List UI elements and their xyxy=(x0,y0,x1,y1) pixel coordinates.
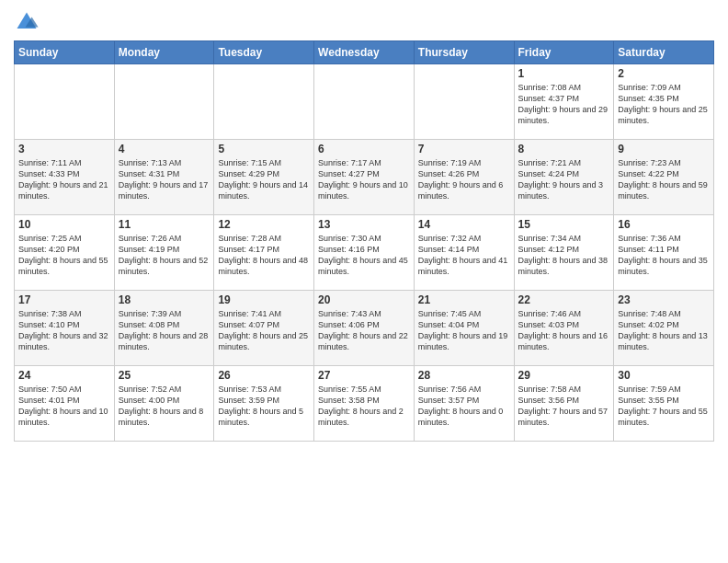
day-number: 20 xyxy=(318,293,410,306)
calendar-cell: 2Sunrise: 7:09 AM Sunset: 4:35 PM Daylig… xyxy=(614,64,714,140)
calendar-cell: 17Sunrise: 7:38 AM Sunset: 4:10 PM Dayli… xyxy=(15,291,115,366)
weekday-header-tuesday: Tuesday xyxy=(214,41,314,64)
day-number: 30 xyxy=(618,369,710,382)
week-row-4: 17Sunrise: 7:38 AM Sunset: 4:10 PM Dayli… xyxy=(15,291,714,366)
day-info: Sunrise: 7:09 AM Sunset: 4:35 PM Dayligh… xyxy=(618,82,710,127)
day-info: Sunrise: 7:39 AM Sunset: 4:08 PM Dayligh… xyxy=(119,308,210,353)
calendar-cell: 24Sunrise: 7:50 AM Sunset: 4:01 PM Dayli… xyxy=(15,366,115,442)
weekday-header-saturday: Saturday xyxy=(614,41,714,64)
day-number: 1 xyxy=(518,67,610,80)
calendar-cell: 21Sunrise: 7:45 AM Sunset: 4:04 PM Dayli… xyxy=(414,291,514,366)
day-info: Sunrise: 7:34 AM Sunset: 4:12 PM Dayligh… xyxy=(518,233,610,278)
day-info: Sunrise: 7:43 AM Sunset: 4:06 PM Dayligh… xyxy=(318,308,410,353)
calendar-cell xyxy=(314,64,415,140)
day-number: 6 xyxy=(318,143,410,155)
day-info: Sunrise: 7:32 AM Sunset: 4:14 PM Dayligh… xyxy=(418,233,510,278)
calendar-cell: 26Sunrise: 7:53 AM Sunset: 3:59 PM Dayli… xyxy=(214,366,314,442)
calendar-body: 1Sunrise: 7:08 AM Sunset: 4:37 PM Daylig… xyxy=(15,64,714,442)
day-info: Sunrise: 7:19 AM Sunset: 4:26 PM Dayligh… xyxy=(418,157,510,202)
day-info: Sunrise: 7:45 AM Sunset: 4:04 PM Dayligh… xyxy=(418,308,510,353)
calendar-cell: 5Sunrise: 7:15 AM Sunset: 4:29 PM Daylig… xyxy=(214,140,314,215)
day-info: Sunrise: 7:11 AM Sunset: 4:33 PM Dayligh… xyxy=(18,157,110,202)
day-number: 3 xyxy=(18,143,110,155)
day-info: Sunrise: 7:48 AM Sunset: 4:02 PM Dayligh… xyxy=(618,308,710,353)
calendar-cell: 4Sunrise: 7:13 AM Sunset: 4:31 PM Daylig… xyxy=(114,140,214,215)
day-number: 29 xyxy=(518,369,610,382)
calendar-cell: 14Sunrise: 7:32 AM Sunset: 4:14 PM Dayli… xyxy=(414,215,514,291)
day-info: Sunrise: 7:17 AM Sunset: 4:27 PM Dayligh… xyxy=(318,157,410,202)
day-info: Sunrise: 7:21 AM Sunset: 4:24 PM Dayligh… xyxy=(518,157,610,202)
day-info: Sunrise: 7:56 AM Sunset: 3:57 PM Dayligh… xyxy=(418,384,510,429)
calendar-cell: 12Sunrise: 7:28 AM Sunset: 4:17 PM Dayli… xyxy=(214,215,314,291)
calendar-cell: 7Sunrise: 7:19 AM Sunset: 4:26 PM Daylig… xyxy=(414,140,514,215)
day-info: Sunrise: 7:28 AM Sunset: 4:17 PM Dayligh… xyxy=(218,233,310,278)
calendar-cell: 10Sunrise: 7:25 AM Sunset: 4:20 PM Dayli… xyxy=(15,215,115,291)
week-row-3: 10Sunrise: 7:25 AM Sunset: 4:20 PM Dayli… xyxy=(15,215,714,291)
calendar-cell: 27Sunrise: 7:55 AM Sunset: 3:58 PM Dayli… xyxy=(314,366,415,442)
calendar-cell: 3Sunrise: 7:11 AM Sunset: 4:33 PM Daylig… xyxy=(15,140,115,215)
day-number: 4 xyxy=(119,143,210,155)
calendar-cell xyxy=(15,64,115,140)
page: SundayMondayTuesdayWednesdayThursdayFrid… xyxy=(0,0,728,563)
weekday-header-sunday: Sunday xyxy=(15,41,115,64)
calendar-cell: 22Sunrise: 7:46 AM Sunset: 4:03 PM Dayli… xyxy=(514,291,614,366)
day-number: 10 xyxy=(18,218,110,231)
day-info: Sunrise: 7:30 AM Sunset: 4:16 PM Dayligh… xyxy=(318,233,410,278)
calendar-cell: 20Sunrise: 7:43 AM Sunset: 4:06 PM Dayli… xyxy=(314,291,415,366)
day-info: Sunrise: 7:52 AM Sunset: 4:00 PM Dayligh… xyxy=(119,384,210,429)
day-number: 27 xyxy=(318,369,410,382)
day-number: 7 xyxy=(418,143,510,155)
day-info: Sunrise: 7:46 AM Sunset: 4:03 PM Dayligh… xyxy=(518,308,610,353)
day-info: Sunrise: 7:26 AM Sunset: 4:19 PM Dayligh… xyxy=(119,233,210,278)
day-number: 15 xyxy=(518,218,610,231)
calendar-cell: 18Sunrise: 7:39 AM Sunset: 4:08 PM Dayli… xyxy=(114,291,214,366)
calendar-cell: 25Sunrise: 7:52 AM Sunset: 4:00 PM Dayli… xyxy=(114,366,214,442)
calendar-cell: 8Sunrise: 7:21 AM Sunset: 4:24 PM Daylig… xyxy=(514,140,614,215)
calendar-cell: 28Sunrise: 7:56 AM Sunset: 3:57 PM Dayli… xyxy=(414,366,514,442)
header xyxy=(14,9,714,35)
day-number: 13 xyxy=(318,218,410,231)
calendar: SundayMondayTuesdayWednesdayThursdayFrid… xyxy=(14,40,714,442)
calendar-cell xyxy=(214,64,314,140)
calendar-cell: 19Sunrise: 7:41 AM Sunset: 4:07 PM Dayli… xyxy=(214,291,314,366)
day-number: 14 xyxy=(418,218,510,231)
day-number: 19 xyxy=(218,293,310,306)
day-info: Sunrise: 7:50 AM Sunset: 4:01 PM Dayligh… xyxy=(18,384,110,429)
weekday-header-wednesday: Wednesday xyxy=(314,41,415,64)
day-info: Sunrise: 7:13 AM Sunset: 4:31 PM Dayligh… xyxy=(119,157,210,202)
day-number: 21 xyxy=(418,293,510,306)
weekday-header-thursday: Thursday xyxy=(414,41,514,64)
weekday-header-friday: Friday xyxy=(514,41,614,64)
day-number: 26 xyxy=(218,369,310,382)
day-info: Sunrise: 7:23 AM Sunset: 4:22 PM Dayligh… xyxy=(618,157,710,202)
day-number: 24 xyxy=(18,369,110,382)
day-info: Sunrise: 7:08 AM Sunset: 4:37 PM Dayligh… xyxy=(518,82,610,127)
calendar-cell: 9Sunrise: 7:23 AM Sunset: 4:22 PM Daylig… xyxy=(614,140,714,215)
day-info: Sunrise: 7:38 AM Sunset: 4:10 PM Dayligh… xyxy=(18,308,110,353)
day-number: 23 xyxy=(618,293,710,306)
weekday-row: SundayMondayTuesdayWednesdayThursdayFrid… xyxy=(15,41,714,64)
day-number: 28 xyxy=(418,369,510,382)
calendar-cell xyxy=(414,64,514,140)
day-info: Sunrise: 7:25 AM Sunset: 4:20 PM Dayligh… xyxy=(18,233,110,278)
day-info: Sunrise: 7:58 AM Sunset: 3:56 PM Dayligh… xyxy=(518,384,610,429)
calendar-cell: 30Sunrise: 7:59 AM Sunset: 3:55 PM Dayli… xyxy=(614,366,714,442)
day-info: Sunrise: 7:59 AM Sunset: 3:55 PM Dayligh… xyxy=(618,384,710,429)
day-info: Sunrise: 7:55 AM Sunset: 3:58 PM Dayligh… xyxy=(318,384,410,429)
day-number: 16 xyxy=(618,218,710,231)
day-info: Sunrise: 7:41 AM Sunset: 4:07 PM Dayligh… xyxy=(218,308,310,353)
day-info: Sunrise: 7:53 AM Sunset: 3:59 PM Dayligh… xyxy=(218,384,310,429)
day-info: Sunrise: 7:15 AM Sunset: 4:29 PM Dayligh… xyxy=(218,157,310,202)
day-number: 12 xyxy=(218,218,310,231)
weekday-header-monday: Monday xyxy=(114,41,214,64)
day-number: 18 xyxy=(119,293,210,306)
calendar-cell: 16Sunrise: 7:36 AM Sunset: 4:11 PM Dayli… xyxy=(614,215,714,291)
calendar-cell: 15Sunrise: 7:34 AM Sunset: 4:12 PM Dayli… xyxy=(514,215,614,291)
calendar-cell xyxy=(114,64,214,140)
week-row-5: 24Sunrise: 7:50 AM Sunset: 4:01 PM Dayli… xyxy=(15,366,714,442)
day-number: 2 xyxy=(618,67,710,80)
day-number: 22 xyxy=(518,293,610,306)
day-info: Sunrise: 7:36 AM Sunset: 4:11 PM Dayligh… xyxy=(618,233,710,278)
day-number: 25 xyxy=(119,369,210,382)
logo-icon xyxy=(14,9,40,35)
